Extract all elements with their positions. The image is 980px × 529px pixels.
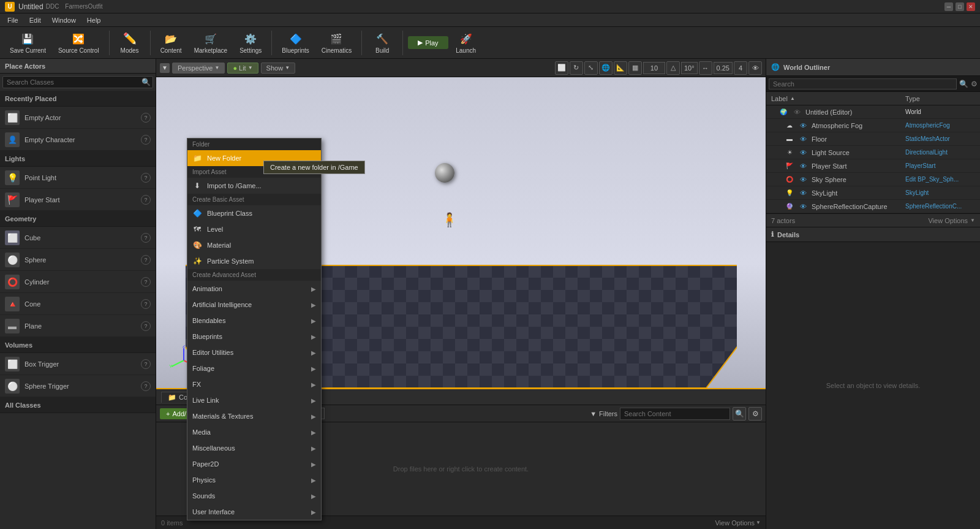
ctx-editor-utils-item[interactable]: Editor Utilities ▶ <box>187 344 321 360</box>
floor-vis-icon[interactable]: 👁 <box>797 135 809 143</box>
cb-right-tool-2[interactable]: ⚙ <box>748 407 762 421</box>
box-trigger-info[interactable]: ? <box>141 359 151 369</box>
close-btn[interactable]: ✕ <box>967 2 975 11</box>
outliner-search-input[interactable] <box>769 78 957 89</box>
scale-snap-btn[interactable]: ↔ <box>699 61 712 75</box>
sr-vis-icon[interactable]: 👁 <box>797 203 809 210</box>
content-search-input[interactable] <box>620 408 730 420</box>
show-btn[interactable]: Show ▼ <box>261 63 295 74</box>
cube-info[interactable]: ? <box>141 233 151 243</box>
view-options-btn[interactable]: View Options ▼ <box>928 217 975 224</box>
ctx-fx-item[interactable]: FX ▶ <box>187 376 321 392</box>
ctx-material-item[interactable]: 🎨 Material <box>187 237 321 253</box>
window-controls[interactable]: ─ □ ✕ <box>944 2 975 11</box>
label-column-header[interactable]: Label ▲ <box>766 95 900 102</box>
ctx-paper2d-item[interactable]: Paper2D ▶ <box>187 456 321 472</box>
outliner-item-light-source[interactable]: ☀ 👁 Light Source DirectionalLight <box>766 146 980 159</box>
source-control-btn[interactable]: 🔀 Source Control <box>53 29 104 56</box>
ps-vis-icon[interactable]: 👁 <box>797 162 809 170</box>
ctx-ai-item[interactable]: Artificial Intelligence ▶ <box>187 297 321 313</box>
grid-size-input[interactable] <box>643 62 665 74</box>
cube-item[interactable]: ⬜ Cube ? <box>0 227 156 249</box>
box-trigger-item[interactable]: ⬜ Box Trigger ? <box>0 353 156 375</box>
launch-btn[interactable]: 🚀 Launch <box>451 29 481 56</box>
modes-btn[interactable]: ✏️ Modes <box>115 29 145 56</box>
outliner-item-world[interactable]: 🌍 👁 Untitled (Editor) World <box>766 105 980 119</box>
skylight-vis-icon[interactable]: 👁 <box>797 189 809 197</box>
ctx-foliage-item[interactable]: Foliage ▶ <box>187 360 321 376</box>
content-btn[interactable]: 📂 Content <box>156 29 187 56</box>
outliner-item-sky-sphere[interactable]: ⭕ 👁 Sky Sphere Edit BP_Sky_Sph... <box>766 173 980 186</box>
empty-character-item[interactable]: 👤 Empty Character ? <box>0 129 156 151</box>
sky-vis-icon[interactable]: 👁 <box>797 176 809 183</box>
ctx-livelink-item[interactable]: Live Link ▶ <box>187 392 321 408</box>
cinematics-btn[interactable]: 🎬 Cinematics <box>317 29 356 56</box>
surface-snap-btn[interactable]: 📐 <box>614 61 627 75</box>
plane-item[interactable]: ▬ Plane ? <box>0 315 156 337</box>
ctx-blendables-item[interactable]: Blendables ▶ <box>187 313 321 329</box>
cylinder-info[interactable]: ? <box>141 277 151 287</box>
maximize-btn[interactable]: □ <box>956 2 964 11</box>
volumes-header[interactable]: Volumes <box>0 337 156 353</box>
sphere-item[interactable]: ⚪ Sphere ? <box>0 249 156 271</box>
play-btn[interactable]: ▶ Play <box>408 36 448 49</box>
search-classes-icon[interactable]: 🔍 <box>141 78 151 86</box>
point-light-item[interactable]: 💡 Point Light ? <box>0 167 156 189</box>
vr-btn[interactable]: 👁 <box>748 61 762 75</box>
menu-window[interactable]: Window <box>47 15 81 25</box>
outliner-item-floor[interactable]: ▬ 👁 Floor StaticMeshActor <box>766 132 980 146</box>
outliner-settings-icon[interactable]: ⚙ <box>971 80 978 88</box>
transform-mode-btn[interactable]: ⬜ <box>555 61 568 75</box>
sphere-trigger-info[interactable]: ? <box>141 381 151 391</box>
marketplace-btn[interactable]: 🛒 Marketplace <box>189 29 232 56</box>
build-btn[interactable]: 🔨 Build <box>367 29 398 56</box>
perspective-btn[interactable]: Perspective ▼ <box>172 63 225 74</box>
ctx-animation-item[interactable]: Animation ▶ <box>187 281 321 297</box>
type-column-header[interactable]: Type <box>900 95 980 102</box>
ctx-physics-item[interactable]: Physics ▶ <box>187 472 321 488</box>
grid-snap-btn[interactable]: ▦ <box>628 61 642 75</box>
cb-view-options-btn[interactable]: View Options ▼ <box>715 519 761 527</box>
ctx-blueprint-item[interactable]: 🔷 Blueprint Class <box>187 205 321 221</box>
menu-help[interactable]: Help <box>82 15 106 25</box>
rotation-mode-btn[interactable]: ↻ <box>570 61 583 75</box>
lights-header[interactable]: Lights <box>0 151 156 167</box>
fog-vis-icon[interactable]: 👁 <box>797 122 809 129</box>
cone-item[interactable]: 🔺 Cone ? <box>0 293 156 315</box>
scale-mode-btn[interactable]: ⤡ <box>584 61 598 75</box>
cb-filters-btn[interactable]: ▼ Filters <box>590 410 617 417</box>
local-mode-btn[interactable]: 🌐 <box>599 61 612 75</box>
menu-file[interactable]: File <box>2 15 23 25</box>
outliner-item-sphere-reflection[interactable]: 🔮 👁 SphereReflectionCapture SphereReflec… <box>766 200 980 213</box>
empty-character-info[interactable]: ? <box>141 135 151 145</box>
outliner-item-fog[interactable]: ☁ 👁 Atmospheric Fog AtmosphericFog <box>766 119 980 132</box>
cb-right-tool-1[interactable]: 🔍 <box>733 407 746 421</box>
camera-settings-btn[interactable]: 4 <box>734 61 747 75</box>
minimize-btn[interactable]: ─ <box>944 2 953 11</box>
ctx-mat-tex-item[interactable]: Materials & Textures ▶ <box>187 408 321 424</box>
geometry-header[interactable]: Geometry <box>0 211 156 227</box>
light-vis-icon[interactable]: 👁 <box>797 149 809 156</box>
empty-actor-info[interactable]: ? <box>141 113 151 123</box>
player-start-item[interactable]: 🚩 Player Start ? <box>0 189 156 211</box>
ctx-import-item[interactable]: ⬇ Import to /Game... <box>187 178 321 194</box>
outliner-search-icon[interactable]: 🔍 <box>959 80 968 88</box>
recently-placed-header[interactable]: Recently Placed <box>0 91 156 107</box>
ctx-media-item[interactable]: Media ▶ <box>187 424 321 440</box>
ctx-level-item[interactable]: 🗺 Level <box>187 221 321 237</box>
point-light-info[interactable]: ? <box>141 173 151 183</box>
angle-snap-btn[interactable]: △ <box>666 61 680 75</box>
empty-actor-item[interactable]: ⬜ Empty Actor ? <box>0 107 156 129</box>
viewport-dropdown-btn[interactable]: ▼ <box>160 63 170 73</box>
blueprints-btn[interactable]: 🔷 Blueprints <box>277 29 314 56</box>
ctx-misc-item[interactable]: Miscellaneous ▶ <box>187 440 321 456</box>
outliner-item-player-start[interactable]: 🚩 👁 Player Start PlayerStart <box>766 159 980 173</box>
plane-info[interactable]: ? <box>141 321 151 331</box>
sphere-trigger-item[interactable]: ⚪ Sphere Trigger ? <box>0 375 156 397</box>
player-start-info[interactable]: ? <box>141 195 151 205</box>
ctx-particle-item[interactable]: ✨ Particle System <box>187 253 321 269</box>
cylinder-item[interactable]: ⭕ Cylinder ? <box>0 271 156 293</box>
world-vis-icon[interactable]: 👁 <box>791 108 803 116</box>
ctx-ui-item[interactable]: User Interface ▶ <box>187 504 321 520</box>
search-classes-input[interactable] <box>2 76 153 88</box>
